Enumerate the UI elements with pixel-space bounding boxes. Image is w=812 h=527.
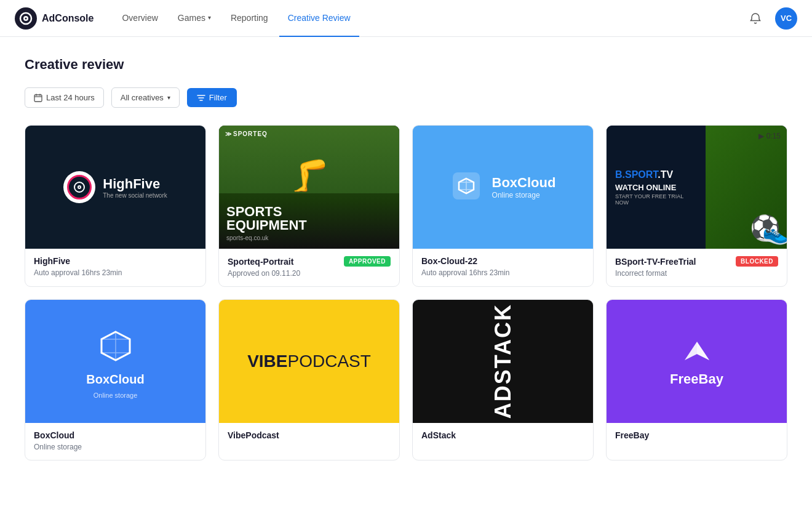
svg-point-2 [25, 17, 27, 19]
calendar-icon [34, 94, 42, 102]
nav-overview[interactable]: Overview [113, 0, 166, 37]
card-footer-boxcloud22: Box-Cloud-22 Auto approval 16hrs 23min [413, 249, 593, 286]
svg-rect-3 [34, 95, 42, 102]
freebay-name: FreeBay [670, 371, 723, 387]
page-title: Creative review [25, 57, 787, 73]
boxcloud-cube-icon [450, 170, 482, 204]
filter-button-label: Filter [209, 93, 227, 102]
card-footer-bsport: BSport-TV-FreeTrial BLOCKED Incorrect fo… [607, 249, 787, 286]
sporteq-title: SPORTSEQUIPMENT [226, 205, 392, 232]
creative-card-freebay[interactable]: FreeBay FreeBay [606, 299, 787, 461]
card-subtitle-bsport: Incorrect format [615, 269, 778, 278]
notification-bell-icon[interactable] [746, 9, 765, 28]
freebay-inner: FreeBay [670, 336, 723, 387]
video-duration: ▶ 0:15 [758, 132, 781, 140]
creative-card-sporteq[interactable]: 🦵 ≫SPORTEQ SPORTSEQUIPMENT sports-eq.co.… [218, 125, 400, 287]
time-filter-button[interactable]: Last 24 hours [25, 87, 104, 108]
avatar[interactable]: VC [775, 7, 797, 30]
nav-creative-review[interactable]: Creative Review [279, 0, 359, 37]
boxcloud-logo-group: BoxCloud Online storage [450, 170, 556, 204]
vibe-text: VIBEPODCAST [247, 352, 371, 371]
main-content: Creative review Last 24 hours All creati… [0, 37, 812, 480]
highfive-icon-inner [67, 175, 92, 199]
card-preview-adstack: ADSTACK [413, 300, 593, 423]
svg-point-6 [79, 187, 80, 188]
badge-approved: APPROVED [344, 256, 391, 267]
sporteq-url: sports-eq.co.uk [226, 235, 392, 241]
nav-reporting[interactable]: Reporting [222, 0, 277, 37]
sporteq-image: 🦵 ≫SPORTEQ SPORTSEQUIPMENT sports-eq.co.… [219, 126, 399, 249]
boxcloud2-subtitle: Online storage [94, 392, 138, 399]
badge-blocked: BLOCKED [736, 256, 778, 267]
card-preview-boxcloud-logo: BoxCloud Online storage [25, 300, 205, 423]
creative-card-highfive[interactable]: HighFive The new social network HighFive… [25, 125, 206, 287]
card-title-freebay: FreeBay [615, 430, 778, 440]
creative-card-boxcloud22[interactable]: BoxCloud Online storage Box-Cloud-22 Aut… [412, 125, 594, 287]
boots-icon: 👟 [762, 220, 787, 246]
creative-card-bsport[interactable]: ▶ 0:15 ⚽ 👟 B.SPORT.TV WATCH ONLINE START… [606, 125, 787, 287]
highfive-icon [63, 171, 95, 203]
navbar: AdConsole Overview Games ▾ Reporting Cre… [0, 0, 812, 37]
bsport-field: ⚽ 👟 [697, 126, 787, 249]
card-preview-highfive: HighFive The new social network [25, 126, 205, 249]
brand-name: AdConsole [42, 13, 94, 24]
filter-apply-button[interactable]: Filter [187, 88, 237, 107]
card-title-boxcloud22: Box-Cloud-22 [421, 256, 584, 266]
card-title-boxcloud-logo: BoxCloud [34, 430, 197, 440]
creatives-filter-label: All creatives [121, 93, 164, 102]
creative-card-boxcloud-logo[interactable]: BoxCloud Online storage BoxCloud Online … [25, 299, 206, 461]
boxcloud-tagline: Online storage [492, 191, 556, 199]
card-footer-highfive: HighFive Auto approval 16hrs 23min [25, 249, 205, 286]
nav-right: VC [746, 7, 797, 30]
creatives-grid: HighFive The new social network HighFive… [25, 125, 787, 461]
card-footer-sporteq: Sporteq-Portrait APPROVED Approved on 09… [219, 249, 399, 286]
card-footer-adstack: AdStack [413, 423, 593, 451]
chevron-down-icon: ▾ [208, 14, 211, 21]
sporteq-bottom: SPORTSEQUIPMENT sports-eq.co.uk [219, 198, 399, 249]
card-footer-freebay: FreeBay [607, 423, 787, 451]
bsport-tagline: WATCH ONLINE [615, 183, 697, 192]
brand[interactable]: AdConsole [15, 7, 94, 30]
card-title-highfive: HighFive [34, 256, 197, 266]
boxcloud2-cube-icon [94, 324, 137, 368]
bsport-info: B.SPORT.TV WATCH ONLINE START YOUR FREE … [607, 126, 706, 249]
freebay-bird-icon [679, 336, 715, 366]
card-subtitle-boxcloud-logo: Online storage [34, 443, 197, 451]
highfive-logo: HighFive The new social network [63, 171, 167, 203]
boxcloud2-inner: BoxCloud Online storage [86, 324, 144, 399]
bsport-sub: START YOUR FREE TRIAL NOW [615, 193, 697, 206]
card-footer-boxcloud-logo: BoxCloud Online storage [25, 423, 205, 460]
creative-card-adstack[interactable]: ADSTACK AdStack [412, 299, 594, 461]
card-title-bsport: BSport-TV-FreeTrial BLOCKED [615, 256, 778, 267]
bsport-logo: B.SPORT.TV [615, 169, 697, 180]
card-title-vibe: VibePodcast [228, 430, 391, 440]
creatives-filter-button[interactable]: All creatives ▾ [111, 87, 180, 108]
highfive-name: HighFive [103, 176, 167, 192]
filter-icon [197, 94, 205, 102]
nav-games[interactable]: Games ▾ [169, 0, 220, 37]
card-preview-vibe: VIBEPODCAST [219, 300, 399, 423]
card-preview-sporteq: 🦵 ≫SPORTEQ SPORTSEQUIPMENT sports-eq.co.… [219, 126, 399, 249]
adstack-text: ADSTACK [490, 304, 516, 419]
filter-bar: Last 24 hours All creatives ▾ Filter [25, 87, 787, 108]
boxcloud2-name: BoxCloud [86, 372, 144, 387]
card-preview-boxcloud: BoxCloud Online storage [413, 126, 593, 249]
nav-links: Overview Games ▾ Reporting Creative Revi… [113, 0, 746, 37]
time-filter-label: Last 24 hours [46, 93, 95, 102]
highfive-text: HighFive The new social network [103, 176, 167, 199]
play-icon: ▶ [758, 132, 764, 140]
card-subtitle-sporteq: Approved on 09.11.20 [228, 269, 391, 278]
boxcloud-name: BoxCloud [492, 175, 556, 191]
card-footer-vibe: VibePodcast [219, 423, 399, 451]
boxcloud-text-group: BoxCloud Online storage [492, 175, 556, 199]
chevron-down-icon: ▾ [167, 94, 170, 101]
card-title-sporteq: Sporteq-Portrait APPROVED [228, 256, 391, 267]
sporteq-player-icon: 🦵 [290, 158, 328, 193]
card-preview-freebay: FreeBay [607, 300, 787, 423]
brand-icon [15, 7, 37, 30]
creative-card-vibe[interactable]: VIBEPODCAST VibePodcast [218, 299, 400, 461]
highfive-tagline: The new social network [103, 192, 167, 199]
card-subtitle-boxcloud22: Auto approval 16hrs 23min [421, 268, 584, 277]
card-subtitle-highfive: Auto approval 16hrs 23min [34, 268, 197, 277]
card-preview-bsport: ▶ 0:15 ⚽ 👟 B.SPORT.TV WATCH ONLINE START… [607, 126, 787, 249]
